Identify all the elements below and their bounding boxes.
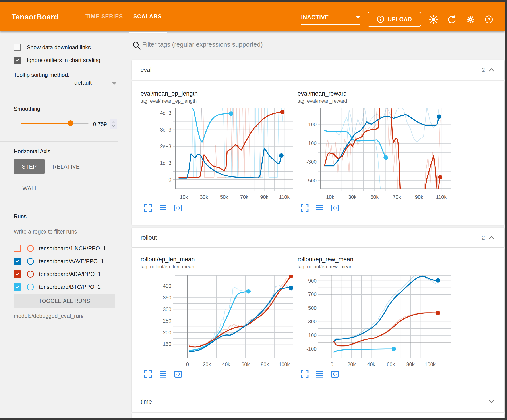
show-download-links-row[interactable]: Show data download links [14,44,91,51]
toggle-all-runs-button[interactable]: TOGGLE ALL RUNS [14,294,115,308]
chevron-up-icon[interactable] [112,121,115,124]
chevron-down-icon[interactable] [488,400,495,404]
runs-filter-input[interactable]: Write a regex to filter runs [14,226,115,238]
x-axis-tick-label: 40k [367,362,375,367]
checkbox-checked[interactable] [14,57,21,64]
number-spinner[interactable] [110,119,117,129]
run-row-1inch[interactable]: tensorboard/1INCH/PPO_1 [14,242,106,255]
series-line-ADA [334,313,438,346]
fit-domain-icon[interactable] [174,203,183,212]
slider-knob[interactable] [68,120,73,126]
chevron-up-icon[interactable] [488,235,495,240]
smoothing-value: 0.759 [93,121,107,127]
section-title: eval [141,67,152,73]
x-axis-tick-label: 0 [186,362,189,367]
chart-title: eval/mean_ep_length [141,90,198,97]
x-axis-tick-label: 60k [387,362,395,367]
x-axis-tick-label: 110k [436,194,447,200]
y-axis-tick-label: 300 [163,307,171,312]
chevron-up-icon[interactable] [488,68,495,72]
expand-icon[interactable] [300,370,309,379]
axis-wall-button[interactable]: WALL [17,181,43,195]
series-endpoint-dot-AAVE [436,278,440,283]
y-axis-tick-label: 700 [308,291,317,297]
tab-scalars[interactable]: SCALARS [133,2,162,31]
series-endpoint-dot-ADA [289,274,293,278]
run-checkbox[interactable] [14,245,21,252]
y-axis-tick-label: -500 [306,178,317,184]
status-label: INACTIVE [301,14,329,21]
tooltip-sorting-label: Tooltip sorting method: [14,71,71,79]
series-endpoint-dot-BTC [392,347,396,351]
data-table-icon[interactable] [159,203,168,212]
series-endpoint-dot-BTC [383,156,388,160]
x-axis-tick-label: 110k [279,194,290,200]
x-axis-tick-label: 20k [203,362,211,367]
y-axis-tick-label: -100 [306,346,317,352]
fit-domain-icon[interactable] [330,370,339,379]
fit-domain-icon[interactable] [174,370,183,379]
data-table-icon[interactable] [315,203,324,212]
section-header-rollout[interactable]: rollout 2 [132,228,504,247]
expand-icon[interactable] [144,370,153,379]
filter-tags-input[interactable]: Filter tags (regular expressions support… [142,41,263,48]
checkbox-unchecked[interactable] [14,44,21,51]
chart-toolbar [300,370,339,379]
axis-relative-button[interactable]: RELATIVE [50,159,82,174]
upload-label: UPLOAD [388,16,412,23]
data-table-icon[interactable] [315,370,324,379]
tab-time-series[interactable]: TIME SERIES [85,2,123,31]
window-frame-bottom [0,418,507,420]
chevron-down-icon[interactable] [112,124,115,127]
x-axis-tick-label: 80k [261,362,269,367]
chart-tag: tag: rollout/ep_rew_mean [297,264,352,270]
ignore-outliers-row[interactable]: Ignore outliers in chart scaling [14,57,100,64]
x-axis-tick-label: 10k [180,194,188,200]
refresh-icon[interactable] [447,15,457,24]
x-axis-tick-label: 30k [200,194,208,200]
run-row-aave[interactable]: tensorboard/AAVE/PPO_1 [14,255,104,268]
x-axis-tick-label: 0 [331,362,333,367]
chart-canvas-rollout-ep-rew-mean[interactable]: 900700500300100-100020k40k60k80k100k [300,273,454,369]
section-header-time[interactable]: time [132,391,504,412]
fit-domain-icon[interactable] [330,203,339,212]
run-checkbox[interactable] [14,258,21,265]
runs-filter-placeholder: Write a regex to filter runs [14,228,77,235]
series-endpoint-dot-BTC [246,289,251,294]
x-axis-tick-label: 50k [220,194,228,200]
run-color-ring [27,283,34,290]
chart-title: rollout/ep_rew_mean [297,256,353,263]
chart-tag: tag: eval/mean_reward [297,98,347,104]
run-row-ada[interactable]: tensorboard/ADA/PPO_1 [14,268,101,281]
chart-canvas-eval-mean-ep-length[interactable]: 01e+32e+33e+34e+310k30k50k70k90k110k [155,106,296,201]
x-axis-tick-label: 50k [370,194,379,200]
section-header-eval[interactable]: eval 2 [132,60,504,80]
brightness-icon[interactable] [429,15,438,24]
y-axis-tick-label: 150 [163,341,171,347]
settings-gear-icon[interactable] [466,15,475,24]
scrollbar-track[interactable] [505,0,507,420]
data-table-icon[interactable] [159,370,168,379]
app-header: TensorBoard TIME SERIES SCALARS INACTIVE… [0,2,505,31]
chart-canvas-eval-mean-reward[interactable]: 100-100-300-50010k30k50k70k90k110k [300,106,454,201]
chart-toolbar [144,370,183,379]
run-checkbox[interactable] [14,283,21,291]
run-label: tensorboard/ADA/PPO_1 [39,271,101,277]
smoothing-value-field[interactable]: 0.759 [93,118,117,130]
series-endpoint-dot-AAVE [289,286,293,290]
run-checkbox[interactable] [14,270,21,278]
run-row-btc[interactable]: tensorboard/BTC/PPO_1 [14,281,100,293]
series-endpoint-dot-ADA [438,175,442,179]
tooltip-sorting-dropdown[interactable]: default [74,75,116,88]
upload-button[interactable]: UPLOAD [367,12,421,27]
status-dropdown[interactable]: INACTIVE [301,10,360,25]
expand-icon[interactable] [300,203,309,212]
filter-tags-underline [132,52,504,52]
run-label: tensorboard/AAVE/PPO_1 [39,258,104,264]
chevron-down-icon [356,16,360,19]
chart-canvas-rollout-ep-len-mean[interactable]: 150200250300350400020k40k60k80k100k [155,273,296,369]
axis-step-button[interactable]: STEP [14,159,45,174]
expand-icon[interactable] [144,203,153,212]
help-icon[interactable]: ? [484,15,494,24]
x-axis-tick-label: 60k [241,362,250,367]
